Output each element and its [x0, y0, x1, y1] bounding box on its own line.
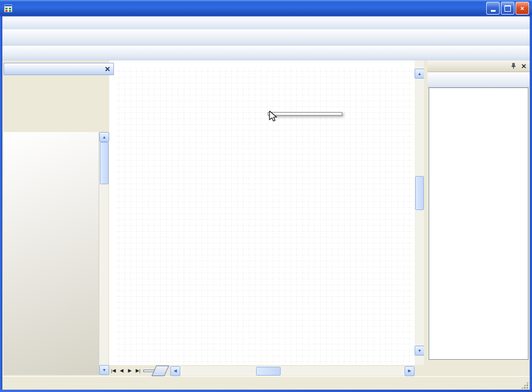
shapes-scrollbar[interactable]: ▲ ▼: [99, 132, 108, 375]
titlebar[interactable]: ×: [0, 0, 532, 16]
scroll-down-icon[interactable]: ▼: [415, 346, 425, 356]
minimize-icon: [491, 10, 496, 12]
context-menu: [268, 112, 342, 116]
mouse-cursor: [269, 111, 277, 123]
window-border-right: [530, 16, 532, 392]
sheets-panel-header: ✕: [427, 60, 530, 72]
last-sheet-button[interactable]: ▶|: [134, 366, 142, 376]
shapes-panel: ✕ ▲ ▼: [2, 60, 109, 376]
first-sheet-button[interactable]: |◀: [109, 366, 117, 376]
scroll-up-icon[interactable]: ▲: [99, 132, 109, 142]
minimize-button[interactable]: [486, 2, 500, 15]
canvas-hscrollbar[interactable]: ◀ ▶: [170, 366, 415, 376]
sheets-panel-close-icon[interactable]: ✕: [521, 62, 527, 70]
shape-items: [4, 132, 99, 375]
statusbar: [2, 376, 530, 390]
scroll-up-icon[interactable]: ▲: [415, 69, 425, 79]
window-border-bottom: [0, 390, 532, 392]
sheets-panel: ✕: [427, 60, 530, 376]
close-button[interactable]: ×: [516, 2, 529, 15]
close-icon: ×: [520, 5, 524, 12]
next-sheet-button[interactable]: ▶: [126, 366, 134, 376]
scrollbar-thumb[interactable]: [100, 142, 109, 184]
app-icon: [4, 4, 13, 13]
canvas-grid: [116, 67, 415, 365]
shapes-panel-close-icon[interactable]: ✕: [105, 66, 110, 72]
scroll-right-icon[interactable]: ▶: [405, 366, 415, 376]
pin-icon[interactable]: [510, 63, 517, 69]
scrollbar-thumb[interactable]: [256, 367, 281, 376]
sheet-tab-bar: |◀ ◀ ▶ ▶| ◀ ▶: [109, 365, 415, 376]
scroll-left-icon[interactable]: ◀: [170, 366, 180, 376]
menubar: [2, 16, 532, 29]
maximize-button[interactable]: [501, 2, 514, 15]
scroll-down-icon[interactable]: ▼: [99, 365, 109, 375]
tab-background[interactable]: [151, 366, 169, 376]
resize-grip[interactable]: [521, 381, 528, 389]
app-window: × ✕ ▲ ▼ ▲ ▼: [0, 0, 532, 392]
diagram-canvas[interactable]: [109, 60, 415, 365]
scrollbar-thumb[interactable]: [415, 176, 424, 210]
sheets-tree: [429, 87, 528, 360]
window-border-left: [0, 16, 2, 392]
shapes-panel-header: ✕: [4, 63, 114, 75]
prev-sheet-button[interactable]: ◀: [117, 366, 126, 376]
sheets-toolbar: [427, 72, 530, 87]
canvas-vscrollbar[interactable]: ▲ ▼: [415, 60, 424, 365]
maximize-icon: [504, 5, 511, 12]
toolbar-standard: [2, 29, 530, 46]
toolbar-format: [2, 46, 530, 61]
